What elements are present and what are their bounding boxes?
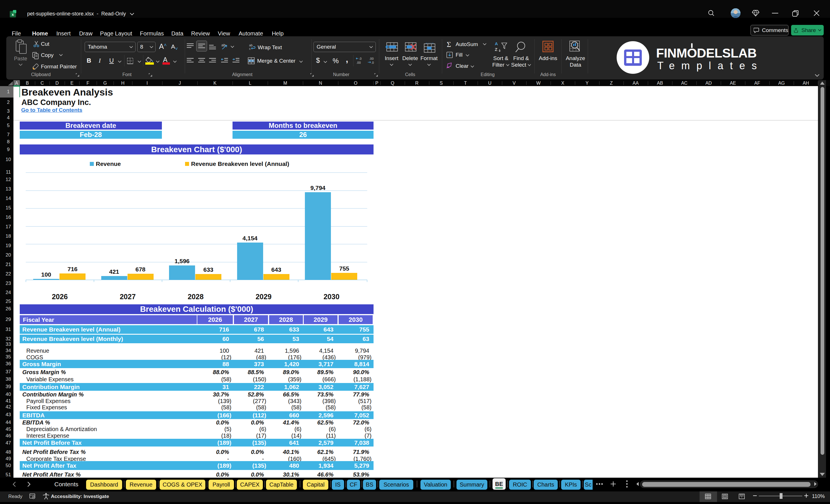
svg-text:x: x	[12, 12, 14, 17]
svg-text:.00: .00	[356, 61, 361, 64]
svg-text:Z: Z	[495, 47, 498, 52]
svg-text:.0: .0	[371, 61, 374, 64]
svg-text:A: A	[495, 41, 498, 46]
svg-text:.00: .00	[369, 57, 374, 60]
svg-text:ab: ab	[249, 43, 253, 47]
svg-text:c: c	[249, 47, 251, 50]
svg-text:.0: .0	[359, 57, 361, 60]
